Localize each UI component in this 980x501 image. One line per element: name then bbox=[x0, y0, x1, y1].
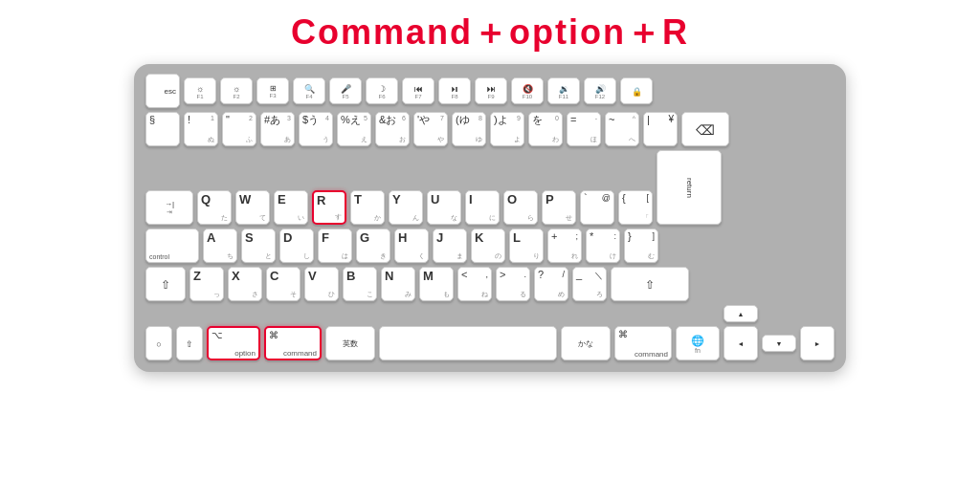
key-yen[interactable]: |¥ bbox=[643, 112, 678, 146]
key-colon[interactable]: *: け bbox=[586, 229, 620, 263]
row-asdf: control A ち S と D し F は bbox=[145, 229, 835, 263]
key-a[interactable]: A ち bbox=[203, 229, 237, 263]
key-m[interactable]: M も bbox=[419, 267, 454, 301]
key-e[interactable]: E い bbox=[274, 190, 308, 225]
key-b[interactable]: B こ bbox=[343, 267, 377, 301]
key-5[interactable]: %え5 え bbox=[337, 112, 371, 146]
key-f3[interactable]: ⊞ F3 bbox=[256, 77, 289, 104]
key-space[interactable] bbox=[379, 326, 557, 360]
key-8[interactable]: (ゆ8 ゆ bbox=[452, 112, 486, 146]
key-option[interactable]: ⌥ option bbox=[207, 326, 260, 360]
key-f9[interactable]: ⏭ F9 bbox=[475, 77, 507, 104]
key-eisu[interactable]: 英数 bbox=[325, 326, 375, 360]
key-f8[interactable]: ⏯ F8 bbox=[438, 77, 471, 104]
key-f2[interactable]: ☼ F2 bbox=[220, 77, 253, 104]
key-s[interactable]: S と bbox=[241, 229, 276, 263]
key-bracket-right[interactable]: }] む bbox=[624, 229, 658, 263]
key-u[interactable]: U な bbox=[427, 190, 461, 225]
key-command-right[interactable]: ⌘ command bbox=[614, 326, 672, 360]
key-l[interactable]: L り bbox=[509, 229, 544, 263]
key-3[interactable]: #あ3 あ bbox=[260, 112, 295, 146]
key-0[interactable]: を0 わ bbox=[528, 112, 563, 146]
key-j[interactable]: J ま bbox=[433, 229, 467, 263]
keyboard-wrapper: esc ☼ F1 ☼ F2 ⊞ F3 🔍 F4 bbox=[134, 64, 846, 372]
key-f6[interactable]: ☽ F6 bbox=[366, 77, 398, 104]
arrow-row-top: ▲ bbox=[724, 305, 835, 322]
key-p[interactable]: P せ bbox=[542, 190, 576, 225]
key-bracket-left[interactable]: {[ 「 bbox=[618, 190, 653, 225]
key-esc[interactable]: esc bbox=[145, 74, 180, 108]
key-command-left[interactable]: ⌘ command bbox=[264, 326, 322, 360]
key-minus[interactable]: =- ほ bbox=[567, 112, 601, 146]
key-q[interactable]: Q た bbox=[197, 190, 232, 225]
key-z[interactable]: Z っ bbox=[189, 267, 224, 301]
key-y[interactable]: Y ん bbox=[389, 190, 423, 225]
key-f1[interactable]: ☼ F1 bbox=[184, 77, 216, 104]
key-shift-left[interactable]: ⇧ bbox=[145, 267, 186, 301]
key-arrow-left[interactable]: ◄ bbox=[724, 326, 758, 360]
key-enter[interactable]: return bbox=[657, 150, 722, 225]
key-semicolon[interactable]: +; れ bbox=[547, 229, 582, 263]
key-9[interactable]: )よ9 よ bbox=[490, 112, 524, 146]
key-f4[interactable]: 🔍 F4 bbox=[293, 77, 325, 104]
key-kana[interactable]: かな bbox=[561, 326, 611, 360]
keyboard: esc ☼ F1 ☼ F2 ⊞ F3 🔍 F4 bbox=[145, 74, 835, 360]
key-comma[interactable]: <, ね bbox=[457, 267, 492, 301]
page-title: Command＋option＋R bbox=[291, 10, 689, 56]
key-backslash[interactable]: _＼ ろ bbox=[572, 267, 607, 301]
key-lock[interactable]: 🔒 bbox=[620, 77, 653, 104]
arrow-keys: ▲ ◄ ▼ ► bbox=[724, 305, 835, 360]
key-f11[interactable]: 🔉 F11 bbox=[547, 77, 580, 104]
key-arrow-up[interactable]: ▲ bbox=[724, 305, 758, 322]
key-i[interactable]: I に bbox=[465, 190, 500, 225]
row-function: esc ☼ F1 ☼ F2 ⊞ F3 🔍 F4 bbox=[145, 74, 835, 108]
row-qwerty: →| ⇥ Q た W て E い R す bbox=[145, 150, 835, 225]
key-r[interactable]: R す bbox=[312, 190, 346, 225]
key-7[interactable]: 'や7 や bbox=[413, 112, 448, 146]
key-f12[interactable]: 🔊 F12 bbox=[584, 77, 616, 104]
key-tab[interactable]: →| ⇥ bbox=[145, 190, 193, 225]
row-modifiers: ○ ⇧ ⌥ option ⌘ command 英数 bbox=[145, 305, 835, 360]
row-numbers: § !1 ぬ "2 ふ #あ3 あ $う4 う bbox=[145, 112, 835, 146]
key-d[interactable]: D し bbox=[279, 229, 314, 263]
key-period[interactable]: >. る bbox=[496, 267, 530, 301]
key-k[interactable]: K の bbox=[471, 229, 505, 263]
key-shift-right[interactable]: ⇧ bbox=[611, 267, 689, 301]
row-zxcv: ⇧ Z っ X さ C そ V ひ B bbox=[145, 267, 835, 301]
key-t[interactable]: T か bbox=[350, 190, 385, 225]
key-x[interactable]: X さ bbox=[228, 267, 262, 301]
key-o[interactable]: O ら bbox=[503, 190, 538, 225]
key-6[interactable]: &お6 お bbox=[375, 112, 410, 146]
key-backspace[interactable]: ⌫ bbox=[681, 112, 729, 146]
key-h[interactable]: H く bbox=[394, 229, 429, 263]
key-globe-small[interactable]: ○ bbox=[145, 326, 172, 360]
key-w[interactable]: W て bbox=[235, 190, 270, 225]
key-arrow-right[interactable]: ► bbox=[800, 326, 835, 360]
key-g[interactable]: G き bbox=[356, 229, 390, 263]
key-f5[interactable]: 🎤 F5 bbox=[329, 77, 362, 104]
arrow-row-bottom: ◄ ▼ ► bbox=[724, 326, 835, 360]
key-slash[interactable]: ?/ め bbox=[534, 267, 568, 301]
key-shift-indicator[interactable]: ⇧ bbox=[176, 326, 203, 360]
key-arrow-down[interactable]: ▼ bbox=[762, 335, 796, 352]
key-n[interactable]: N み bbox=[381, 267, 415, 301]
key-c[interactable]: C そ bbox=[266, 267, 301, 301]
key-section[interactable]: § bbox=[145, 112, 180, 146]
key-caret[interactable]: ~^ へ bbox=[605, 112, 639, 146]
key-f[interactable]: F は bbox=[318, 229, 352, 263]
key-1[interactable]: !1 ぬ bbox=[184, 112, 218, 146]
key-v[interactable]: V ひ bbox=[304, 267, 339, 301]
key-2[interactable]: "2 ふ bbox=[222, 112, 256, 146]
key-at[interactable]: `@ bbox=[580, 190, 614, 225]
key-4[interactable]: $う4 う bbox=[299, 112, 333, 146]
key-f10[interactable]: 🔇 F10 bbox=[511, 77, 544, 104]
key-caps[interactable]: control bbox=[145, 229, 199, 263]
key-globe[interactable]: 🌐 fn bbox=[676, 326, 720, 360]
key-f7[interactable]: ⏮ F7 bbox=[402, 77, 434, 104]
